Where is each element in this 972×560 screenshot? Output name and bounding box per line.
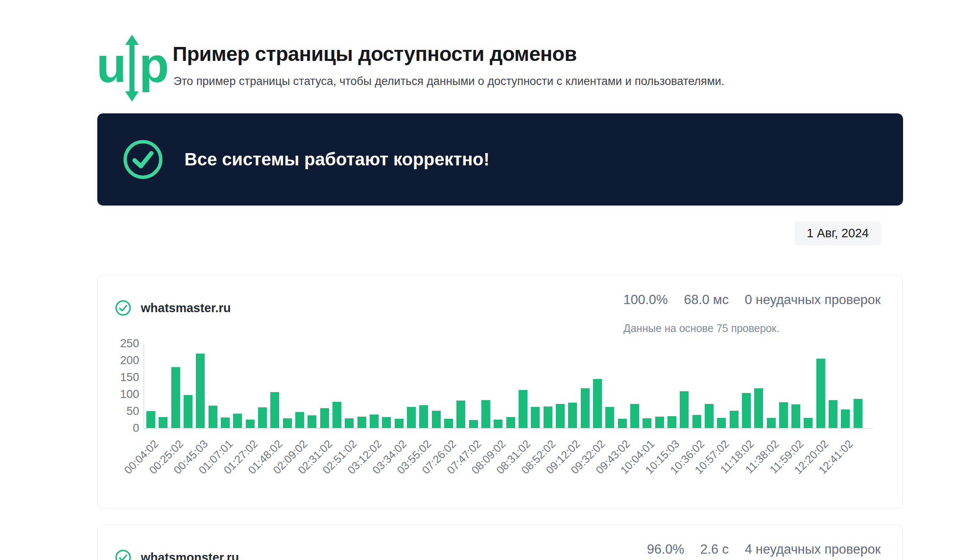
chart-bar: [332, 402, 341, 428]
monitor-card-whatsmaster: whatsmaster.ru 100.0% 68.0 мс 0 неудачны…: [97, 275, 903, 508]
y-axis-tick-label: 0: [105, 422, 139, 434]
chart-bar: [618, 419, 627, 428]
chart-bar: [630, 404, 639, 428]
chart-bar: [680, 391, 689, 428]
chart-bar: [804, 418, 813, 428]
chart-bar: [854, 399, 862, 428]
y-axis-tick-label: 100: [105, 388, 139, 401]
check-circle-icon: [115, 549, 132, 560]
checks-note: Данные на основе 75 проверок.: [623, 322, 881, 335]
monitor-domain: whatsmonster.ru: [141, 551, 239, 560]
avg-response-time: 2.6 с: [700, 542, 728, 557]
status-banner-message: Все системы работают корректно!: [184, 149, 489, 170]
chart-bar: [841, 409, 850, 428]
chart-bar: [233, 414, 242, 428]
chart-bar: [730, 411, 739, 428]
chart-bar: [643, 418, 651, 428]
chart-bar: [767, 418, 776, 428]
chart-bar: [444, 419, 453, 428]
chart-bar: [159, 417, 167, 428]
monitor-card-whatsmonster: whatsmonster.ru 96.0% 2.6 с 4 неудачных …: [97, 524, 903, 560]
chart-bar: [705, 404, 714, 428]
chart-bar: [146, 411, 155, 428]
chart-bar: [357, 417, 366, 428]
chart-bar: [382, 417, 391, 428]
chart-bar: [816, 359, 825, 428]
chart-bar: [717, 418, 726, 428]
chart-bar: [270, 392, 279, 428]
date-badge: 1 Авг, 2024: [794, 221, 881, 245]
chart-bar: [258, 407, 267, 428]
monitor-stats: 100.0% 68.0 мс 0 неудачных проверок Данн…: [623, 292, 881, 335]
monitor-header: whatsmaster.ru: [115, 299, 231, 316]
chart-bar: [692, 415, 701, 428]
chart-bar: [791, 404, 800, 428]
y-axis-tick-label: 250: [105, 337, 139, 350]
chart-bar: [184, 395, 192, 428]
uptime-percent: 96.0%: [647, 542, 684, 557]
chart-bar: [581, 388, 590, 428]
monitor-header: whatsmonster.ru: [115, 549, 239, 560]
monitor-stats: 96.0% 2.6 с 4 неудачных проверок: [647, 542, 881, 557]
chart-bar: [171, 367, 180, 428]
chart-bar: [283, 418, 292, 428]
chart-bar: [779, 402, 788, 428]
y-axis-tick-label: 150: [105, 371, 139, 384]
chart-bar: [829, 400, 837, 428]
check-circle-icon: [115, 299, 132, 316]
chart-bar: [506, 417, 515, 428]
failed-checks: 0 неудачных проверок: [745, 292, 881, 307]
up-down-arrow-icon: [124, 35, 140, 102]
chart-bar: [494, 420, 502, 428]
chart-bar: [754, 388, 763, 428]
failed-checks: 4 неудачных проверок: [745, 542, 881, 557]
chart-bar: [407, 407, 416, 428]
chart-bar: [345, 418, 354, 428]
chart-bar: [370, 415, 379, 428]
check-circle-icon: [122, 138, 164, 181]
chart-bar: [667, 416, 676, 428]
status-page: { "header": { "logo_text": "up", "title"…: [0, 0, 972, 560]
chart-bar: [519, 390, 527, 428]
chart-bar: [556, 404, 565, 428]
chart-bar: [395, 419, 404, 428]
chart-bar: [246, 420, 255, 428]
chart-bar: [742, 393, 751, 428]
chart-bar: [456, 401, 465, 428]
chart-bar: [419, 405, 428, 428]
chart-bar: [196, 354, 205, 428]
chart-bar: [593, 379, 602, 428]
chart-bar: [209, 406, 217, 428]
chart-bar: [544, 406, 552, 428]
page-subtitle: Это пример страницы статуса, чтобы делит…: [173, 75, 725, 88]
chart-bar: [469, 420, 478, 428]
chart-bar: [432, 411, 441, 428]
status-banner: Все системы работают корректно!: [97, 113, 903, 206]
avg-response-time: 68.0 мс: [684, 292, 729, 307]
chart-bar: [308, 415, 316, 428]
uptime-percent: 100.0%: [623, 292, 668, 307]
monitor-domain: whatsmaster.ru: [141, 301, 231, 315]
page-title: Пример страницы доступности доменов: [173, 42, 577, 66]
chart-bar: [568, 403, 577, 428]
chart-bar: [605, 407, 614, 428]
y-axis-tick-label: 50: [105, 405, 139, 417]
uptime-logo: up: [96, 41, 164, 104]
chart-bar: [531, 407, 540, 428]
chart-bar: [295, 412, 304, 428]
chart-bar: [221, 417, 230, 428]
monitor-stats-row: 100.0% 68.0 мс 0 неудачных проверок: [623, 292, 881, 307]
chart-bar: [481, 400, 490, 428]
y-axis-tick-label: 200: [105, 354, 139, 367]
chart-bar: [320, 408, 329, 428]
response-time-chart: [143, 343, 873, 429]
monitor-stats-row: 96.0% 2.6 с 4 неудачных проверок: [647, 542, 881, 557]
chart-bar: [655, 417, 664, 428]
